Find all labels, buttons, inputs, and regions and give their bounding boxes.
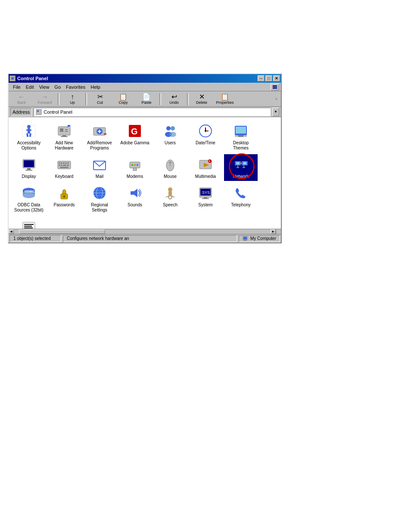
icon-item-keyboard[interactable]: Keyboard — [47, 154, 81, 181]
scrollbar-thumb[interactable] — [19, 230, 105, 234]
svg-rect-52 — [63, 165, 66, 166]
scroll-right-button[interactable]: ► — [271, 230, 276, 234]
menu-help[interactable]: Help — [88, 84, 103, 90]
forward-icon: → — [41, 93, 48, 100]
menu-file[interactable]: File — [10, 84, 23, 90]
maximize-button[interactable]: □ — [265, 75, 272, 81]
svg-point-28 — [166, 126, 171, 131]
address-dropdown-button[interactable]: ▼ — [272, 108, 279, 116]
svg-rect-101 — [24, 224, 34, 225]
icon-item-telephony[interactable]: Telephony — [224, 183, 258, 215]
icon-item-accessibility[interactable]: Accessibility Options — [12, 121, 46, 152]
svg-rect-16 — [65, 131, 68, 132]
svg-rect-47 — [63, 162, 65, 164]
toolbar-sep-1 — [58, 93, 59, 105]
undo-icon: ↩ — [171, 93, 177, 100]
add-remove-icon — [91, 122, 108, 140]
up-icon: ↑ — [71, 93, 74, 100]
add-hardware-label: Add New Hardware — [49, 140, 79, 151]
svg-rect-11 — [29, 133, 31, 137]
mouse-label: Mouse — [164, 174, 177, 179]
icon-item-regional[interactable]: Regional Settings — [83, 183, 116, 215]
computer-icon — [243, 236, 249, 241]
svg-marker-92 — [134, 189, 137, 197]
icon-item-add-hardware[interactable]: +Add New Hardware — [47, 121, 81, 152]
telephony-label: Telephony — [231, 202, 251, 208]
mouse-icon — [162, 156, 179, 173]
back-button[interactable]: ← Back — [10, 92, 33, 106]
icon-item-multimedia[interactable]: Multimedia — [189, 154, 222, 181]
menu-view[interactable]: View — [37, 84, 52, 90]
svg-point-31 — [169, 132, 176, 137]
icon-item-display[interactable]: Display — [12, 154, 46, 181]
icon-item-mouse[interactable]: Mouse — [153, 154, 187, 181]
icon-item-datetime[interactable]: Date/Time — [189, 121, 222, 152]
status-computer: My Computer — [239, 235, 280, 242]
control-panel-window: Control Panel ─ □ ✕ File Edit View Go Fa… — [8, 73, 282, 243]
menu-extra[interactable] — [271, 84, 279, 90]
toolbar-sep-3 — [159, 93, 161, 105]
up-button[interactable]: ↑ Up — [61, 92, 84, 106]
icon-item-modems[interactable]: Modems — [118, 154, 152, 181]
forward-button[interactable]: → Forward — [34, 92, 56, 106]
svg-point-30 — [171, 126, 175, 131]
address-label: Address — [10, 108, 32, 116]
svg-text:ODBC: ODBC — [25, 190, 35, 193]
accessibility-label: Accessibility Options — [14, 140, 44, 151]
icon-item-mail[interactable]: Mail — [83, 154, 116, 181]
undo-button[interactable]: ↩ Undo — [163, 92, 185, 106]
properties-button[interactable]: 📋 Properties — [214, 92, 236, 106]
svg-rect-1 — [11, 77, 14, 80]
svg-rect-69 — [236, 162, 240, 165]
desktop-themes-icon — [232, 122, 249, 140]
status-computer-label: My Computer — [250, 236, 276, 241]
menu-favorites[interactable]: Favorites — [63, 84, 88, 90]
copy-icon: 📋 — [119, 93, 128, 100]
svg-rect-102 — [24, 226, 32, 227]
icon-item-desktop-themes[interactable]: Desktop Themes — [224, 121, 258, 152]
icon-item-system[interactable]: SYSSystem — [189, 183, 222, 215]
multimedia-label: Multimedia — [195, 174, 216, 179]
icon-item-text-services[interactable]: Text Services — [12, 216, 46, 230]
svg-rect-41 — [24, 160, 34, 167]
window-title: Control Panel — [17, 76, 48, 81]
menu-edit[interactable]: Edit — [23, 84, 37, 90]
cut-button[interactable]: ✂ Cut — [89, 92, 111, 106]
address-input[interactable]: Control Panel — [34, 108, 271, 116]
close-button[interactable]: ✕ — [273, 75, 280, 81]
horizontal-scrollbar[interactable]: ◄ ► — [9, 229, 276, 234]
svg-rect-75 — [243, 167, 245, 168]
svg-text:G: G — [131, 127, 138, 136]
delete-button[interactable]: ✕ Delete — [190, 92, 213, 106]
icon-item-users[interactable]: Users — [153, 121, 187, 152]
svg-point-58 — [134, 164, 136, 166]
icon-item-adobe-gamma[interactable]: GAdobe Gamma — [118, 121, 152, 152]
icon-item-speech[interactable]: Speech — [153, 183, 187, 215]
system-label: System — [198, 202, 212, 208]
svg-rect-108 — [244, 240, 246, 241]
svg-rect-43 — [25, 170, 32, 171]
delete-icon: ✕ — [199, 93, 205, 100]
svg-rect-91 — [131, 191, 134, 195]
paste-button[interactable]: 📄 Paste — [135, 92, 158, 106]
svg-rect-73 — [243, 165, 244, 167]
icon-item-add-remove[interactable]: Add/Remove Programs — [83, 121, 116, 152]
datetime-label: Date/Time — [196, 140, 215, 146]
minimize-button[interactable]: ─ — [258, 75, 265, 81]
menu-go[interactable]: Go — [52, 84, 63, 90]
icon-item-network[interactable]: Network — [224, 154, 258, 181]
icon-item-odbc[interactable]: ODBCODBC Data Sources (32bit) — [12, 183, 46, 215]
icon-item-passwords[interactable]: Passwords — [47, 183, 81, 215]
toolbar-overflow[interactable]: » — [273, 96, 279, 101]
scroll-left-button[interactable]: ◄ — [9, 230, 14, 234]
regional-label: Regional Settings — [84, 202, 115, 213]
sounds-icon — [126, 184, 143, 202]
properties-icon: 📋 — [221, 93, 229, 100]
passwords-icon — [56, 184, 73, 202]
scrollbar-corner — [276, 229, 281, 234]
svg-rect-48 — [65, 162, 67, 164]
icon-item-sounds[interactable]: Sounds — [118, 183, 152, 215]
svg-rect-15 — [65, 129, 68, 130]
copy-button[interactable]: 📋 Copy — [112, 92, 134, 106]
svg-rect-39 — [238, 135, 243, 137]
